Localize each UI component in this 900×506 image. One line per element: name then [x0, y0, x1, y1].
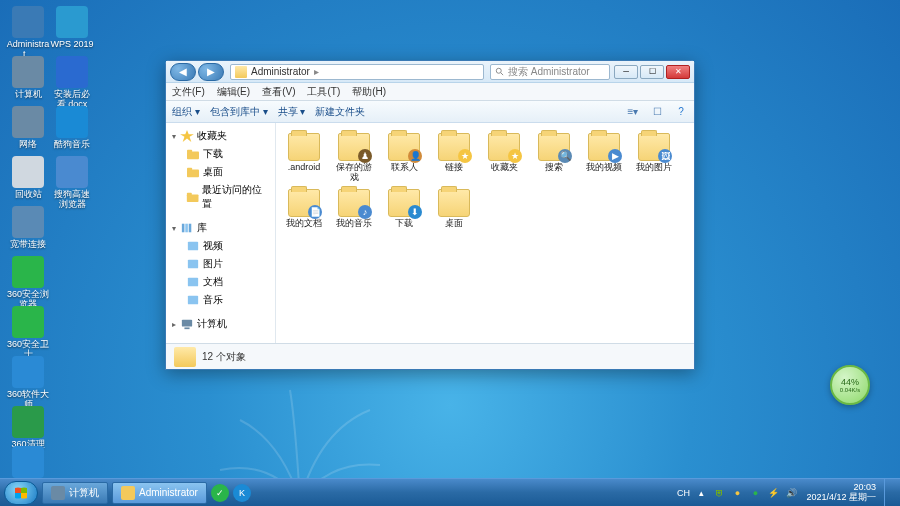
- taskbar-item[interactable]: 计算机: [42, 482, 108, 504]
- maximize-button[interactable]: ☐: [640, 65, 664, 79]
- network-speed-badge[interactable]: 44% 0.04K/s: [830, 365, 870, 405]
- folder-item[interactable]: ♪我的音乐: [334, 189, 374, 229]
- desktop-icon[interactable]: WPS 2019: [50, 6, 94, 50]
- folder-item[interactable]: 📄我的文档: [284, 189, 324, 229]
- badge-percent: 44%: [841, 377, 859, 387]
- taskbar-tray-kugou[interactable]: K: [233, 484, 251, 502]
- desktop-icon[interactable]: 网络: [6, 106, 50, 150]
- tray-lang[interactable]: CH: [676, 486, 690, 500]
- sidebar-item[interactable]: 最近访问的位置: [166, 181, 275, 213]
- preview-pane-icon[interactable]: ☐: [650, 105, 664, 119]
- app-icon: [56, 6, 88, 38]
- folder-item[interactable]: .android: [284, 133, 324, 183]
- content-pane[interactable]: .android♟保存的游戏👤联系人★链接★收藏夹🔍搜索▶我的视频🖼我的图片📄我…: [276, 123, 694, 343]
- folder-item[interactable]: 🔍搜索: [534, 133, 574, 183]
- sidebar-group-favorites: ▾ 收藏夹 下载桌面最近访问的位置: [166, 127, 275, 213]
- desktop-icon[interactable]: 宽带连接: [6, 206, 50, 250]
- back-button[interactable]: ◀: [170, 63, 196, 81]
- folder-icon: [186, 191, 199, 203]
- minimize-button[interactable]: ─: [614, 65, 638, 79]
- sidebar-item[interactable]: 音乐: [166, 291, 275, 309]
- sidebar-group-libraries: ▾ 库 视频图片文档音乐: [166, 219, 275, 309]
- desktop-icon-label: 酷狗音乐: [50, 140, 94, 150]
- tray-app-icon[interactable]: ●: [730, 486, 744, 500]
- taskbar-clock[interactable]: 20:03 2021/4/12 星期一: [802, 483, 880, 503]
- menu-item[interactable]: 工具(T): [307, 85, 340, 99]
- windows-logo-icon: [13, 485, 29, 501]
- app-icon: [56, 156, 88, 188]
- folder-label: 我的音乐: [334, 219, 374, 229]
- badge-speed: 0.04K/s: [840, 387, 860, 393]
- folder-item[interactable]: ★链接: [434, 133, 474, 183]
- folder-item[interactable]: ⬇下载: [384, 189, 424, 229]
- taskbar-item-label: 计算机: [69, 486, 99, 500]
- folder-label: 我的视频: [584, 163, 624, 173]
- desktop-icon[interactable]: 360清理: [6, 406, 50, 450]
- menu-item[interactable]: 查看(V): [262, 85, 295, 99]
- folder-badge-icon: 👤: [408, 149, 422, 163]
- folder-item[interactable]: 🖼我的图片: [634, 133, 674, 183]
- folder-item[interactable]: ▶我的视频: [584, 133, 624, 183]
- folder-item[interactable]: ★收藏夹: [484, 133, 524, 183]
- folder-label: .android: [284, 163, 324, 173]
- tray-expand-icon[interactable]: ▴: [694, 486, 708, 500]
- folder-item[interactable]: 👤联系人: [384, 133, 424, 183]
- include-library-button[interactable]: 包含到库中 ▾: [210, 105, 268, 119]
- tray-shield-icon[interactable]: ⛨: [712, 486, 726, 500]
- tray-network-icon[interactable]: ⚡: [766, 486, 780, 500]
- desktop-icon[interactable]: 安装后必看.docx: [50, 56, 94, 110]
- sidebar-item[interactable]: 下载: [166, 145, 275, 163]
- computer-icon: [180, 318, 194, 330]
- desktop-icon[interactable]: 360软件大师: [6, 356, 50, 410]
- taskbar-item[interactable]: Administrator: [112, 482, 207, 504]
- new-folder-button[interactable]: 新建文件夹: [315, 105, 365, 119]
- menu-item[interactable]: 帮助(H): [352, 85, 386, 99]
- desktop-icon[interactable]: Administrat...: [6, 6, 50, 60]
- search-box[interactable]: 搜索 Administrator: [490, 64, 610, 80]
- sidebar-item[interactable]: 文档: [166, 273, 275, 291]
- sidebar-computer-header[interactable]: ▸ 计算机: [166, 315, 275, 333]
- desktop-icon[interactable]: 酷狗音乐: [50, 106, 94, 150]
- chevron-down-icon: ▾: [172, 224, 180, 233]
- taskbar-tray-360[interactable]: ✓: [211, 484, 229, 502]
- sidebar-head-label: 收藏夹: [197, 129, 227, 143]
- address-bar[interactable]: Administrator ▸: [230, 64, 484, 80]
- sidebar-libraries-header[interactable]: ▾ 库: [166, 219, 275, 237]
- help-icon[interactable]: ?: [674, 105, 688, 119]
- chevron-right-icon: ▸: [172, 320, 180, 329]
- sidebar-group-computer: ▸ 计算机: [166, 315, 275, 333]
- desktop-icon[interactable]: 360安全浏览器: [6, 256, 50, 310]
- menu-item[interactable]: 文件(F): [172, 85, 205, 99]
- view-options-icon[interactable]: ≡▾: [626, 105, 640, 119]
- sidebar-item[interactable]: 视频: [166, 237, 275, 255]
- folder-item[interactable]: ♟保存的游戏: [334, 133, 374, 183]
- app-icon: [12, 256, 44, 288]
- sidebar-favorites-header[interactable]: ▾ 收藏夹: [166, 127, 275, 145]
- share-button[interactable]: 共享 ▾: [278, 105, 306, 119]
- desktop-icon[interactable]: 360安全卫士: [6, 306, 50, 360]
- menu-item[interactable]: 编辑(E): [217, 85, 250, 99]
- forward-button[interactable]: ▶: [198, 63, 224, 81]
- sidebar-item[interactable]: 图片: [166, 255, 275, 273]
- library-icon: [180, 222, 194, 234]
- tray-volume-icon[interactable]: 🔊: [784, 486, 798, 500]
- app-icon: [12, 156, 44, 188]
- svg-rect-11: [189, 224, 192, 233]
- svg-rect-6: [187, 168, 192, 171]
- window-titlebar[interactable]: ◀ ▶ Administrator ▸ 搜索 Administrator ─ ☐…: [166, 61, 694, 83]
- desktop-icon[interactable]: 回收站: [6, 156, 50, 200]
- desktop-icon[interactable]: 计算机: [6, 56, 50, 100]
- close-button[interactable]: ✕: [666, 65, 690, 79]
- svg-line-1: [501, 72, 504, 75]
- folder-icon: [186, 148, 200, 160]
- sidebar-item[interactable]: 桌面: [166, 163, 275, 181]
- tray-app-icon[interactable]: ●: [748, 486, 762, 500]
- address-path: Administrator: [251, 66, 310, 77]
- show-desktop-button[interactable]: [884, 479, 892, 507]
- start-button[interactable]: [4, 481, 38, 505]
- folder-item[interactable]: 桌面: [434, 189, 474, 229]
- organize-button[interactable]: 组织 ▾: [172, 105, 200, 119]
- svg-rect-3: [187, 151, 199, 159]
- folder-badge-icon: ▶: [608, 149, 622, 163]
- desktop-icon[interactable]: 搜狗高速浏览器: [50, 156, 94, 210]
